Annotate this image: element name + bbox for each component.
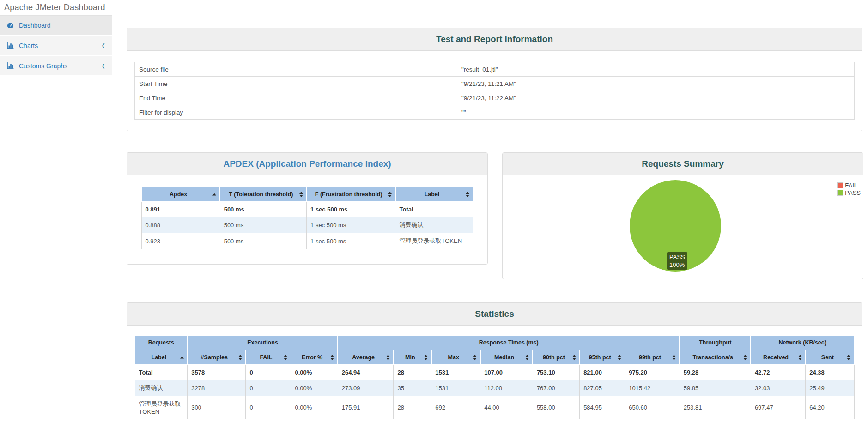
cell: 975.20 [625, 365, 680, 380]
cell: 消费确认 [135, 380, 188, 396]
main-content: Test and Report information Source file … [112, 15, 868, 423]
cell: 3278 [188, 380, 246, 396]
group-throughput: Throughput [680, 335, 751, 350]
cell: 1015.42 [625, 380, 680, 396]
panel-heading: Statistics [127, 303, 862, 326]
column-header-99pct[interactable]: 99th pct [625, 350, 680, 365]
legend-item-pass: PASS [837, 189, 861, 196]
sidebar: Dashboard Charts ❮ [0, 15, 112, 423]
column-header-sent[interactable]: Sent [806, 350, 854, 365]
column-header-median[interactable]: Median [480, 350, 533, 365]
cell: 25.49 [806, 380, 854, 396]
bar-chart-icon [6, 62, 14, 70]
column-header-samples[interactable]: #Samples [188, 350, 246, 365]
cell: 32.03 [751, 380, 805, 396]
column-header-toleration[interactable]: T (Toleration threshold) [220, 187, 306, 202]
column-header-label[interactable]: Label [395, 187, 473, 202]
cell: 24.38 [806, 365, 854, 380]
cell: 35 [394, 380, 431, 396]
cell: 697.47 [751, 396, 805, 419]
group-response-times: Response Times (ms) [338, 335, 680, 350]
sidebar-item-customs-graphs[interactable]: Customs Graphs ❮ [0, 56, 112, 75]
sidebar-item-label: Customs Graphs [19, 62, 67, 70]
sort-icon [386, 355, 390, 360]
app-header: Apache JMeter Dashboard [0, 0, 868, 15]
sort-icon [473, 355, 477, 360]
panel-title: Test and Report information [436, 34, 553, 44]
column-header-95pct[interactable]: 95th pct [580, 350, 625, 365]
info-label: Source file [135, 62, 457, 77]
cell: 管理员登录获取TOKEN [395, 233, 473, 249]
sort-icon [525, 355, 529, 360]
table-row: 0.888 500 ms 1 sec 500 ms 消费确认 [141, 217, 473, 233]
chevron-left-icon: ❮ [102, 63, 105, 68]
cell: 264.94 [338, 365, 394, 380]
cell: 558.00 [533, 396, 579, 419]
sort-asc-icon [212, 193, 216, 196]
cell: 0.888 [141, 217, 220, 233]
sort-asc-icon [180, 357, 184, 359]
table-row: 管理员登录获取TOKEN 300 0 0.00% 175.91 28 692 4… [135, 396, 854, 419]
column-header-frustration[interactable]: F (Frustration threshold) [307, 187, 395, 202]
table-row: 消费确认 3278 0 0.00% 273.09 35 1531 112.00 … [135, 380, 854, 396]
panel-title: Statistics [475, 309, 514, 319]
column-header-label[interactable]: Label [135, 350, 188, 365]
cell: 821.00 [580, 365, 625, 380]
cell: 107.00 [480, 365, 533, 380]
statistics-table: Requests Executions Response Times (ms) … [134, 335, 855, 419]
statistics-panel: Statistics Requests Execu [127, 302, 862, 423]
sort-icon [798, 355, 802, 360]
info-label: Filter for display [135, 105, 457, 120]
cell: Total [395, 202, 473, 217]
cell: Total [135, 365, 188, 380]
cell: 253.81 [680, 396, 751, 419]
info-label: Start Time [135, 77, 457, 91]
sort-icon [572, 355, 576, 360]
column-header-fail[interactable]: FAIL [246, 350, 291, 365]
bar-chart-icon [6, 42, 14, 49]
panel-heading: APDEX (Application Performance Index) [127, 153, 487, 175]
cell: 692 [431, 396, 480, 419]
column-header-received[interactable]: Received [751, 350, 805, 365]
cell: 500 ms [220, 217, 306, 233]
cell: 1531 [431, 380, 480, 396]
sort-icon [618, 355, 621, 360]
cell: 0 [246, 365, 291, 380]
column-header-90pct[interactable]: 90th pct [533, 350, 579, 365]
test-info-table: Source file "result_01.jtl" Start Time "… [134, 62, 855, 120]
sort-icon [299, 192, 303, 197]
sort-icon [466, 192, 469, 197]
gauge-icon [6, 21, 14, 29]
cell: 28 [394, 396, 431, 419]
apdex-panel: APDEX (Application Performance Index) Ap… [127, 152, 488, 265]
requests-pie-chart: PASS 100% FAIL PASS [503, 175, 863, 279]
cell: 767.00 [533, 380, 579, 396]
panel-title: Requests Summary [642, 159, 723, 169]
cell: 112.00 [480, 380, 533, 396]
sort-icon [284, 355, 287, 360]
chart-legend: FAIL PASS [837, 182, 861, 197]
sidebar-item-dashboard[interactable]: Dashboard [0, 16, 112, 35]
cell: 1 sec 500 ms [307, 233, 395, 249]
group-requests: Requests [135, 335, 188, 350]
apdex-table: Apdex T (Toleration threshold) F (Frustr… [141, 187, 473, 249]
group-header-row: Requests Executions Response Times (ms) … [135, 335, 854, 350]
panel-heading: Requests Summary [503, 153, 863, 175]
pass-swatch-icon [837, 190, 843, 196]
sidebar-item-charts[interactable]: Charts ❮ [0, 36, 112, 55]
column-header-average[interactable]: Average [338, 350, 394, 365]
cell: 42.72 [751, 365, 805, 380]
column-header-apdex[interactable]: Apdex [141, 187, 220, 202]
cell: 175.91 [338, 396, 394, 419]
sort-icon [388, 192, 392, 197]
cell: 3578 [188, 365, 246, 380]
column-header-max[interactable]: Max [431, 350, 480, 365]
cell: 753.10 [533, 365, 579, 380]
info-value: "9/21/23, 11:21 AM" [457, 77, 854, 91]
info-value: "result_01.jtl" [457, 62, 854, 77]
column-header-min[interactable]: Min [394, 350, 431, 365]
column-header-error[interactable]: Error % [291, 350, 338, 365]
column-header-transactions[interactable]: Transactions/s [680, 350, 751, 365]
cell: 0.00% [291, 380, 338, 396]
cell: 500 ms [220, 233, 306, 249]
